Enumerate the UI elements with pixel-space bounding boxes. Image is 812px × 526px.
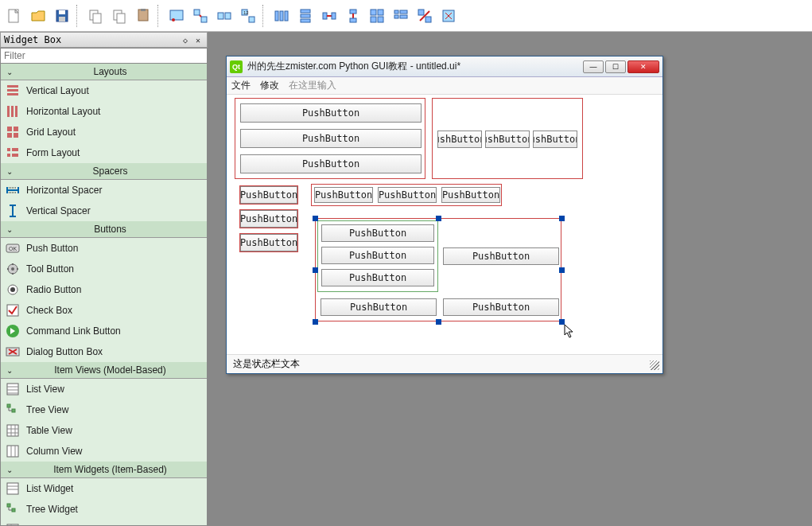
- layout-v-icon[interactable]: [294, 5, 317, 27]
- widget-icon: [6, 125, 20, 139]
- layout-vs-icon[interactable]: [342, 5, 364, 27]
- widget-label: List Widget: [26, 483, 73, 494]
- adjust-size-icon[interactable]: [437, 5, 460, 27]
- widget-item[interactable]: Vertical Layout: [1, 80, 207, 101]
- widget-item[interactable]: Tool Button: [1, 259, 207, 279]
- new-file-icon[interactable]: [3, 5, 25, 27]
- widget-item[interactable]: Form Layout: [1, 142, 207, 163]
- category-header[interactable]: ⌄Item Widgets (Item-Based): [1, 462, 207, 478]
- layout-h-icon[interactable]: [270, 5, 293, 27]
- layout-hs-icon[interactable]: [318, 5, 340, 27]
- push-button-frame[interactable]: PushButton: [239, 233, 298, 252]
- widget-icon: [6, 146, 20, 160]
- form-body[interactable]: PushButton PushButton PushButton ushButt…: [227, 95, 662, 353]
- selection-handle[interactable]: [559, 267, 565, 273]
- push-button[interactable]: PushButton: [441, 187, 500, 203]
- widget-item[interactable]: Command Link Button: [1, 321, 207, 341]
- widget-label: Check Box: [26, 305, 72, 316]
- push-button-frame[interactable]: PushButton: [239, 185, 298, 205]
- layout-grid-icon[interactable]: [366, 5, 388, 27]
- resize-grip-icon[interactable]: [650, 360, 659, 370]
- menu-file[interactable]: 文件: [231, 79, 251, 92]
- category-header[interactable]: ⌄Buttons: [1, 221, 207, 238]
- design-window: Qt 州的先生zmister.com Python GUI教程 - untitl…: [226, 56, 663, 374]
- push-button[interactable]: PushButton: [443, 298, 559, 316]
- hbox-layout[interactable]: PushButton PushButton PushButton: [311, 184, 502, 206]
- push-button[interactable]: PushButton: [321, 298, 437, 316]
- maximize-button[interactable]: ☐: [605, 60, 626, 73]
- category-header[interactable]: ⌄Layouts: [1, 64, 207, 80]
- push-button[interactable]: PushButton: [240, 234, 297, 251]
- close-button[interactable]: ✕: [627, 60, 659, 73]
- widget-item[interactable]: Radio Button: [1, 279, 207, 300]
- widget-filter-input[interactable]: [0, 48, 208, 64]
- tab-order-icon[interactable]: 12: [237, 5, 259, 27]
- push-button-frame[interactable]: PushButton: [239, 209, 298, 228]
- menu-type-here[interactable]: 在这里输入: [289, 79, 336, 92]
- push-button[interactable]: ushButton: [437, 131, 482, 148]
- svg-rect-84: [7, 504, 10, 507]
- selection-handle[interactable]: [559, 216, 565, 221]
- break-layout-icon[interactable]: [414, 5, 436, 27]
- widget-item[interactable]: Horizontal Spacer: [1, 180, 207, 201]
- chevron-down-icon: ⌄: [4, 364, 15, 376]
- push-button[interactable]: PushButton: [240, 129, 422, 148]
- widget-item[interactable]: List Widget: [1, 478, 207, 499]
- push-button[interactable]: PushButton: [321, 224, 434, 242]
- save-icon[interactable]: [51, 5, 73, 27]
- qt-logo-icon: Qt: [230, 60, 243, 73]
- category-header[interactable]: ⌄Item Views (Model-Based): [1, 362, 207, 379]
- widget-item[interactable]: Tree View: [1, 399, 207, 420]
- push-button[interactable]: PushButton: [321, 269, 434, 286]
- selection-handle[interactable]: [313, 267, 318, 273]
- buddy-icon[interactable]: [213, 5, 235, 27]
- widget-item[interactable]: Table Widget: [1, 520, 207, 526]
- undock-icon[interactable]: ◇: [180, 34, 191, 45]
- push-button[interactable]: ushButton: [533, 131, 577, 148]
- push-button[interactable]: PushButton: [314, 187, 373, 203]
- inner-vbox[interactable]: PushButton PushButton PushButton: [317, 220, 438, 292]
- widget-item[interactable]: Column View: [1, 441, 207, 462]
- selection-handle[interactable]: [436, 319, 441, 325]
- widget-item[interactable]: Check Box: [1, 300, 207, 321]
- signal-slot-icon[interactable]: [189, 5, 212, 27]
- push-button[interactable]: PushButton: [378, 187, 437, 203]
- widget-item[interactable]: Dialog Button Box: [1, 341, 207, 362]
- design-canvas[interactable]: Qt 州的先生zmister.com Python GUI教程 - untitl…: [208, 32, 812, 526]
- widget-item[interactable]: Vertical Spacer: [1, 201, 207, 221]
- push-button[interactable]: ushButton: [485, 131, 530, 148]
- svg-rect-81: [7, 483, 18, 494]
- hbox-layout[interactable]: ushButton ushButton ushButton: [432, 98, 583, 179]
- widget-item[interactable]: OKPush Button: [1, 238, 207, 259]
- minimize-button[interactable]: —: [583, 60, 604, 73]
- layout-form-icon[interactable]: [390, 5, 412, 27]
- cut-icon[interactable]: [132, 5, 154, 27]
- widget-item[interactable]: Tree Widget: [1, 499, 207, 520]
- vbox-layout[interactable]: PushButton PushButton PushButton: [235, 98, 425, 179]
- paste-icon[interactable]: [108, 5, 130, 27]
- push-button[interactable]: PushButton: [240, 210, 297, 228]
- widget-item[interactable]: Table View: [1, 420, 207, 441]
- window-titlebar[interactable]: Qt 州的先生zmister.com Python GUI教程 - untitl…: [227, 56, 662, 77]
- push-button[interactable]: PushButton: [240, 186, 297, 204]
- selection-handle[interactable]: [313, 216, 318, 221]
- selection-handle[interactable]: [436, 216, 441, 221]
- widget-label: Radio Button: [26, 284, 81, 295]
- selection-handle[interactable]: [313, 319, 318, 325]
- copy-icon[interactable]: [84, 5, 107, 27]
- widget-item[interactable]: List View: [1, 379, 207, 399]
- close-panel-icon[interactable]: ✕: [192, 34, 204, 45]
- widget-tree[interactable]: ⌄LayoutsVertical LayoutHorizontal Layout…: [0, 64, 208, 526]
- widget-item[interactable]: Grid Layout: [1, 122, 207, 142]
- category-header[interactable]: ⌄Spacers: [1, 163, 207, 180]
- push-button[interactable]: PushButton: [443, 247, 559, 265]
- push-button[interactable]: PushButton: [321, 247, 434, 264]
- open-file-icon[interactable]: [27, 5, 49, 27]
- grid-layout-selected[interactable]: PushButton PushButton PushButton PushBut…: [315, 218, 561, 321]
- widget-item[interactable]: Horizontal Layout: [1, 101, 207, 122]
- svg-rect-38: [394, 15, 398, 18]
- menu-edit[interactable]: 修改: [260, 79, 279, 92]
- push-button[interactable]: PushButton: [240, 154, 422, 173]
- push-button[interactable]: PushButton: [240, 103, 422, 123]
- widget-edit-icon[interactable]: [165, 5, 188, 27]
